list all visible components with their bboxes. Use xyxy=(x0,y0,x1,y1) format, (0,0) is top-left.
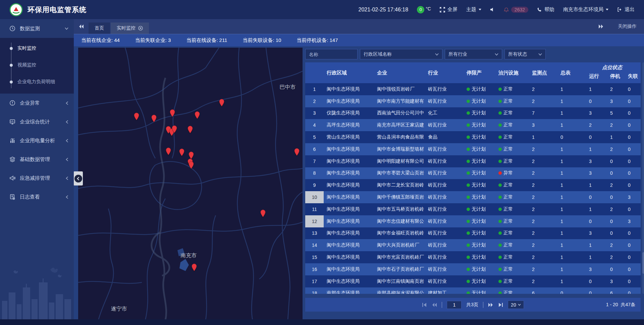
phone-icon xyxy=(537,7,542,12)
cell-company: 阆中千佛镇五郎垭页岩 xyxy=(374,191,425,203)
table-row[interactable]: 16阆中生态环境局阆中市石子页岩机砖厂砖瓦行业无计划正常21300 xyxy=(305,263,641,275)
table-body: 1阆中生态环境局阆中强锐页岩砖厂砖瓦行业无计划正常211202阆中生态环境局阆中… xyxy=(305,83,641,294)
table-row[interactable]: 5营山生态环境局营山县润丰肉食品有限食品无计划正常10010 xyxy=(305,131,641,143)
cell-company: 营山县润丰肉食品有限 xyxy=(374,131,425,143)
filter-bar: 行政区域名称 所有行业 所有状态 xyxy=(305,49,546,59)
scrollbar-thumb[interactable] xyxy=(642,252,644,274)
bullet-dot-icon xyxy=(10,80,13,84)
table-row[interactable]: 17阆中生态环境局阆中市江南镇阆南页岩砖瓦行业无计划正常21030 xyxy=(305,275,641,287)
mute-button[interactable] xyxy=(490,7,495,12)
pagination-bar: 共3页 20 1 - 20 共47条 xyxy=(305,298,641,312)
cell-meter: 1 xyxy=(555,119,584,131)
cell-facility: 正常 xyxy=(495,179,527,191)
stats-bar: 当前在线企业:44当前失联企业:3当前在线设备:211当前失联设备:10当前停机… xyxy=(74,34,644,46)
map-marker-pin[interactable] xyxy=(260,209,266,217)
table-row[interactable]: 15阆中生态环境局阆中市光富页岩机砖厂砖瓦行业无计划正常21120 xyxy=(305,251,641,263)
industry-select[interactable]: 所有行业 xyxy=(445,49,502,59)
map-marker-pin[interactable] xyxy=(219,99,225,107)
map-marker-pin[interactable] xyxy=(179,148,185,156)
point-status-group-label: 点位状态 xyxy=(584,62,641,72)
map-marker-pin[interactable] xyxy=(133,112,140,120)
cell-limit: 无计划 xyxy=(464,263,495,275)
first-page-icon[interactable] xyxy=(422,303,427,307)
status-select[interactable]: 所有状态 xyxy=(504,49,546,59)
map-marker-pin[interactable] xyxy=(188,161,194,169)
cell-region: 南部生态环境局 xyxy=(324,287,374,294)
map-collapse-button[interactable] xyxy=(73,171,83,185)
sidebar-subitem-2[interactable]: 企业电力负荷明细 xyxy=(0,73,74,90)
next-page-icon[interactable] xyxy=(488,303,493,307)
sidebar-item-5[interactable]: 应急减排管理 xyxy=(0,169,74,187)
map-marker-pin[interactable] xyxy=(171,125,177,133)
tab-1[interactable]: 实时监控 xyxy=(111,22,149,34)
page-input[interactable] xyxy=(447,301,462,309)
sidebar-item-4[interactable]: 基础数据管理 xyxy=(0,150,74,169)
sidebar-item-label: 应急减排管理 xyxy=(20,175,50,181)
page-size-select[interactable]: 20 xyxy=(508,301,524,309)
map-marker-pin[interactable] xyxy=(165,147,171,155)
name-filter-input[interactable] xyxy=(305,49,358,59)
status-dot-icon xyxy=(467,100,470,103)
sidebar-subitem-0[interactable]: 实时监控 xyxy=(0,40,74,57)
cell-facility: 正常 xyxy=(495,287,527,294)
map-marker-pin[interactable] xyxy=(187,125,193,133)
prev-page-icon[interactable] xyxy=(432,303,437,307)
cell-region: 仪陇生态环境局 xyxy=(324,107,374,119)
map-marker-pin[interactable] xyxy=(169,109,175,117)
table-row[interactable]: 1阆中生态环境局阆中强锐页岩砖厂砖瓦行业无计划正常21120 xyxy=(305,83,641,95)
cell-region: 阆中生态环境局 xyxy=(324,83,374,95)
fullscreen-button[interactable]: 全屏 xyxy=(440,6,458,13)
sidebar-item-3[interactable]: 企业用电量分析 xyxy=(0,131,74,150)
help-button[interactable]: 帮助 xyxy=(537,6,554,13)
table-row[interactable]: 6阆中生态环境局阆中市金博瑞新型墙材砖瓦行业无计划正常21120 xyxy=(305,143,641,155)
last-page-icon[interactable] xyxy=(498,303,503,307)
sidebar-item-label: 企业用电量分析 xyxy=(20,138,55,144)
logout-button[interactable]: 退出 xyxy=(617,6,635,13)
notifications-button[interactable]: 2632 xyxy=(504,7,528,13)
table-row[interactable]: 7阆中生态环境局阆中明阳建材有限公司砖瓦行业无计划正常21300 xyxy=(305,155,641,167)
table-row[interactable]: 13阆中生态环境局阆中市金福旺页岩机砖砖瓦行业无计划正常21300 xyxy=(305,227,641,239)
cell-run: 0 xyxy=(584,287,605,294)
map-marker-pin[interactable] xyxy=(294,148,300,156)
table-row[interactable]: 8阆中生态环境局阆中市枣碧大梁山页岩砖瓦行业无计划异常21300 xyxy=(305,167,641,179)
map-marker-pin[interactable] xyxy=(151,114,157,122)
sidebar-item-2[interactable]: 企业综合统计 xyxy=(0,112,74,131)
status-dot-icon xyxy=(498,171,502,175)
org-dropdown[interactable]: 南充市生态环境局 xyxy=(563,6,608,13)
stat-item: 当前停机设备:147 xyxy=(297,37,338,44)
table-row[interactable]: 14阆中生态环境局阆中大兴页岩机砖厂砖瓦行业无计划正常21120 xyxy=(305,239,641,251)
table-row[interactable]: 2阆中生态环境局阆中市南方节能建材有砖瓦行业无计划正常21030 xyxy=(305,95,641,107)
table-row[interactable]: 9阆中生态环境局阆中市二龙长宝页岩砖砖瓦行业无计划正常21120 xyxy=(305,179,641,191)
theme-dropdown[interactable]: 主题 xyxy=(466,6,481,13)
cell-company: 阆中市南方节能建材有 xyxy=(374,95,425,107)
map-marker-pin[interactable] xyxy=(194,111,200,119)
sidebar-item-0[interactable]: 数据监测 xyxy=(0,19,74,38)
table-row[interactable]: 4高坪生态环境局南充市高坪区王家店建砖瓦行业无计划正常31220 xyxy=(305,119,641,131)
tab-0[interactable]: 首页 xyxy=(89,22,110,34)
close-operations-button[interactable]: 关闭操作 xyxy=(618,23,637,30)
sidebar-item-1[interactable]: 企业异常 xyxy=(0,94,74,112)
table-scrollbar[interactable] xyxy=(642,62,644,294)
region-select[interactable]: 行政区域名称 xyxy=(360,49,442,59)
map-marker-pin[interactable] xyxy=(191,263,197,271)
table-row[interactable]: 10阆中生态环境局阆中千佛镇五郎垭页岩砖瓦行业无计划正常21003 xyxy=(305,191,641,203)
status-dot-icon xyxy=(467,88,470,91)
status-dot-icon xyxy=(467,208,470,211)
table-row[interactable]: 3仪陇生态环境局西南油气田分公司川中化工无计划正常71350 xyxy=(305,107,641,119)
cell-lost: 0 xyxy=(624,167,641,179)
tabs-scroll-left-icon[interactable] xyxy=(74,24,89,29)
table-row[interactable]: 11阆中生态环境局阆中市五马桥页岩机砖砖瓦行业无计划正常21120 xyxy=(305,203,641,215)
sidebar-subitem-1[interactable]: 视频监控 xyxy=(0,57,74,73)
tabs-scroll-right-icon[interactable] xyxy=(594,24,608,29)
app-logo xyxy=(9,3,23,16)
table-row[interactable]: 12阆中生态环境局阆中市忠信建材有限公砖瓦行业无计划正常21003 xyxy=(305,215,641,227)
map-panel[interactable]: 巴中市南充市遂宁市 xyxy=(78,48,303,320)
sidebar-item-6[interactable]: 日志查看 xyxy=(0,187,74,206)
close-icon[interactable] xyxy=(138,26,143,31)
status-dot-icon xyxy=(467,171,470,175)
cell-facility: 正常 xyxy=(495,95,527,107)
cell-limit: 无计划 xyxy=(464,179,495,191)
table-row[interactable]: 18南部生态环境局南部县砌兴水泥有限公建材加工无计划正常60060 xyxy=(305,287,641,294)
cell-run: 3 xyxy=(584,107,605,119)
chevron-left-icon xyxy=(66,195,68,199)
